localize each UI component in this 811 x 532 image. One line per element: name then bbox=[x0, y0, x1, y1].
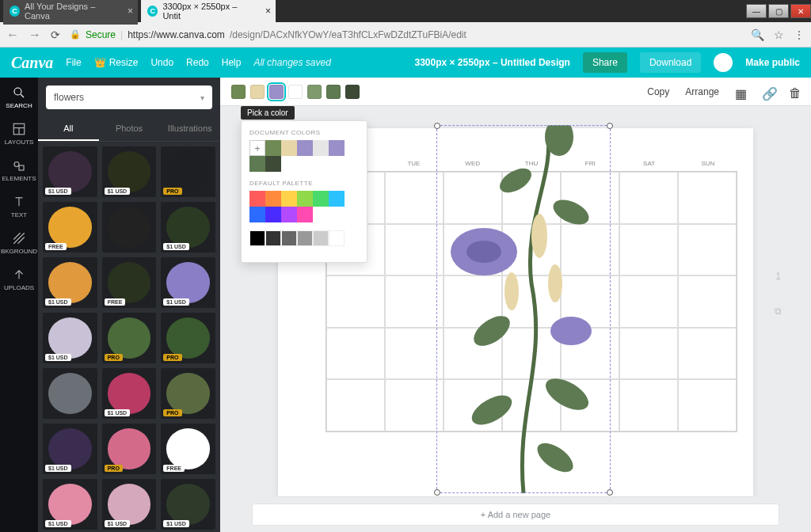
color-swatch[interactable] bbox=[269, 85, 284, 99]
doc-color-swatch[interactable] bbox=[313, 140, 329, 156]
copy-button[interactable]: Copy bbox=[647, 86, 669, 97]
asset-thumbnail[interactable]: $1 USD bbox=[43, 313, 97, 363]
palette-swatch[interactable] bbox=[281, 207, 297, 222]
add-page-button[interactable]: + Add a new page bbox=[252, 504, 779, 526]
selection-handle[interactable] bbox=[434, 123, 440, 129]
palette-swatch[interactable] bbox=[249, 207, 265, 222]
palette-swatch[interactable] bbox=[249, 191, 265, 207]
zoom-icon[interactable]: 🔍 bbox=[751, 28, 764, 41]
asset-thumbnail[interactable]: FREE bbox=[102, 257, 157, 308]
asset-search-input[interactable]: flowers ▾ bbox=[46, 86, 212, 109]
rail-background[interactable]: BKGROUND bbox=[1, 231, 37, 255]
tab-photos[interactable]: Photos bbox=[99, 117, 160, 141]
selection-handle[interactable] bbox=[607, 489, 613, 496]
menu-icon[interactable]: ⋮ bbox=[794, 28, 805, 41]
selection-box[interactable] bbox=[436, 125, 611, 493]
back-button[interactable]: ← bbox=[6, 28, 19, 42]
asset-thumbnail[interactable]: FREE bbox=[161, 424, 215, 474]
add-color-button[interactable]: + bbox=[249, 140, 265, 156]
doc-color-swatch[interactable] bbox=[297, 140, 313, 156]
gray-swatch[interactable] bbox=[281, 230, 297, 246]
gray-swatch[interactable] bbox=[249, 230, 265, 246]
asset-thumbnail[interactable] bbox=[43, 368, 97, 419]
gray-swatch[interactable] bbox=[329, 230, 345, 246]
gray-swatch[interactable] bbox=[265, 230, 281, 246]
share-button[interactable]: Share bbox=[583, 52, 627, 73]
link-icon[interactable]: 🔗 bbox=[762, 86, 773, 97]
url-field[interactable]: 🔒 Secure | https://www.canva.com/design/… bbox=[70, 29, 741, 40]
close-window-button[interactable]: ✕ bbox=[790, 4, 811, 18]
tab-illustrations[interactable]: Illustrations bbox=[159, 117, 220, 141]
asset-thumbnail[interactable]: $1 USD bbox=[161, 479, 215, 530]
trash-icon[interactable]: 🗑 bbox=[789, 86, 800, 97]
asset-thumbnail[interactable]: $1 USD bbox=[102, 479, 157, 530]
doc-color-swatch[interactable] bbox=[329, 140, 345, 156]
asset-thumbnail[interactable]: $1 USD bbox=[161, 257, 215, 308]
selection-handle[interactable] bbox=[434, 489, 440, 496]
asset-thumbnail[interactable] bbox=[102, 202, 157, 253]
palette-swatch[interactable] bbox=[329, 191, 345, 207]
color-swatch[interactable] bbox=[250, 85, 265, 99]
doc-color-swatch[interactable] bbox=[249, 156, 265, 172]
color-swatch[interactable] bbox=[345, 85, 360, 99]
asset-thumbnail[interactable]: PRO bbox=[102, 424, 157, 474]
close-icon[interactable]: × bbox=[128, 6, 133, 17]
palette-swatch[interactable] bbox=[297, 207, 313, 222]
doc-color-swatch[interactable] bbox=[265, 140, 281, 156]
rail-elements[interactable]: ELEMENTS bbox=[2, 158, 36, 182]
palette-swatch[interactable] bbox=[265, 207, 281, 222]
browser-tab-active[interactable]: C 3300px × 2550px – Untit × bbox=[141, 0, 276, 25]
asset-thumbnail[interactable]: PRO bbox=[102, 313, 157, 363]
transparency-icon[interactable]: ▦ bbox=[735, 86, 746, 97]
browser-tab[interactable]: C All Your Designs – Canva × bbox=[3, 0, 138, 25]
maximize-button[interactable]: ▢ bbox=[768, 4, 789, 18]
rail-uploads[interactable]: UPLOADS bbox=[4, 268, 34, 291]
price-badge: $1 USD bbox=[105, 520, 131, 527]
asset-thumbnail[interactable]: $1 USD bbox=[43, 424, 97, 474]
bookmark-icon[interactable]: ☆ bbox=[774, 28, 784, 41]
palette-swatch[interactable] bbox=[281, 191, 297, 207]
palette-swatch[interactable] bbox=[265, 191, 281, 207]
palette-swatch[interactable] bbox=[297, 191, 313, 207]
asset-thumbnail[interactable]: PRO bbox=[161, 146, 215, 197]
color-swatch[interactable] bbox=[288, 85, 303, 99]
close-icon[interactable]: × bbox=[265, 6, 271, 17]
avatar[interactable] bbox=[714, 53, 733, 72]
selection-handle[interactable] bbox=[607, 123, 613, 129]
download-button[interactable]: Download bbox=[640, 52, 701, 73]
asset-thumbnail[interactable]: $1 USD bbox=[102, 368, 157, 419]
make-public-button[interactable]: Make public bbox=[745, 57, 800, 68]
asset-thumbnail[interactable]: $1 USD bbox=[161, 202, 215, 253]
gray-swatch[interactable] bbox=[297, 230, 313, 246]
color-swatch[interactable] bbox=[326, 85, 341, 99]
asset-thumbnail[interactable]: PRO bbox=[161, 313, 215, 363]
menu-resize[interactable]: 👑 Resize bbox=[94, 57, 139, 68]
arrange-button[interactable]: Arrange bbox=[685, 86, 719, 97]
color-swatch[interactable] bbox=[231, 85, 246, 99]
menu-file[interactable]: File bbox=[66, 57, 81, 68]
tab-all[interactable]: All bbox=[38, 117, 99, 141]
rail-search[interactable]: SEARCH bbox=[6, 86, 32, 109]
menu-undo[interactable]: Undo bbox=[150, 57, 173, 68]
doc-color-swatch[interactable] bbox=[281, 140, 297, 156]
rail-layouts[interactable]: LAYOUTS bbox=[5, 122, 34, 146]
rail-text[interactable]: TEXT bbox=[11, 195, 27, 218]
forward-button[interactable]: → bbox=[29, 28, 41, 42]
asset-thumbnail[interactable]: PRO bbox=[161, 368, 215, 419]
doc-title[interactable]: 3300px × 2550px – Untitled Design bbox=[414, 57, 569, 68]
gray-swatch[interactable] bbox=[313, 230, 329, 246]
doc-color-swatch[interactable] bbox=[265, 156, 281, 172]
asset-thumbnail[interactable]: $1 USD bbox=[43, 479, 97, 530]
duplicate-page-icon[interactable]: ⧉ bbox=[775, 306, 782, 317]
menu-redo[interactable]: Redo bbox=[186, 57, 209, 68]
asset-thumbnail[interactable]: $1 USD bbox=[43, 146, 97, 197]
menu-help[interactable]: Help bbox=[222, 57, 242, 68]
asset-thumbnail[interactable]: $1 USD bbox=[43, 257, 97, 308]
asset-thumbnail[interactable]: $1 USD bbox=[102, 146, 157, 197]
color-swatch[interactable] bbox=[307, 85, 322, 99]
minimize-button[interactable]: — bbox=[746, 4, 767, 18]
palette-swatch[interactable] bbox=[313, 191, 329, 207]
asset-thumbnail[interactable]: FREE bbox=[43, 202, 97, 253]
canva-logo[interactable]: Canva bbox=[11, 54, 53, 72]
reload-button[interactable]: ⟳ bbox=[51, 28, 60, 41]
